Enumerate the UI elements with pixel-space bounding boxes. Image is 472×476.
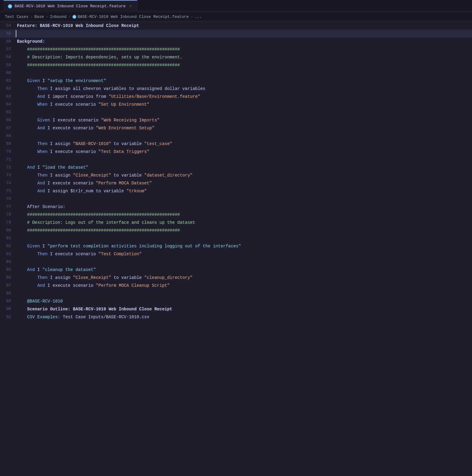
- breadcrumb-sep-1: ›: [30, 15, 33, 19]
- line-content-77[interactable]: After Scenario:: [16, 203, 472, 210]
- line-num-76: 76: [0, 195, 16, 203]
- line-content-57[interactable]: ########################################…: [16, 46, 472, 53]
- line-content-81[interactable]: [16, 235, 472, 242]
- line-content-55[interactable]: [16, 30, 472, 37]
- line-content-86[interactable]: Then I assign "Close_Receipt" to variabl…: [16, 274, 472, 281]
- line-num-69: 69: [0, 140, 16, 147]
- line-65: 65: [0, 108, 472, 116]
- line-86: 86 Then I assign "Close_Receipt" to vari…: [0, 274, 472, 282]
- line-num-63: 63: [0, 93, 16, 100]
- line-content-58[interactable]: # Description: Imports dependencies, set…: [16, 54, 472, 61]
- line-content-82[interactable]: Given I "perform test completion activit…: [16, 243, 472, 250]
- line-content-87[interactable]: And I execute scenario "Perform MOCA Cle…: [16, 282, 472, 289]
- line-content-80[interactable]: ########################################…: [16, 227, 472, 234]
- line-88: 88: [0, 289, 472, 297]
- active-tab[interactable]: BASE-RCV-1010 Web Inbound Close Receipt.…: [4, 0, 137, 12]
- line-82: 82 Given I "perform test completion acti…: [0, 242, 472, 250]
- line-content-89[interactable]: @BASE-RCV-1010: [16, 298, 472, 305]
- line-content-71[interactable]: [16, 156, 472, 163]
- line-num-83: 83: [0, 250, 16, 258]
- line-num-86: 86: [0, 274, 16, 281]
- line-content-83[interactable]: Then I execute scenario "Test Completion…: [16, 250, 472, 258]
- line-num-89: 89: [0, 298, 16, 305]
- line-59: 59 #####################################…: [0, 61, 472, 69]
- line-61: 61 Given I "setup the environment": [0, 77, 472, 85]
- line-content-73[interactable]: Then I assign "Close_Receipt" to variabl…: [16, 172, 472, 179]
- line-num-87: 87: [0, 282, 16, 289]
- line-58: 58 # Description: Imports dependencies, …: [0, 53, 472, 61]
- line-content-56[interactable]: Background:: [16, 38, 472, 45]
- line-content-75[interactable]: And I assign $trlr_num to variable "trkn…: [16, 187, 472, 195]
- line-content-67[interactable]: And I execute scenario "Web Environment …: [16, 124, 472, 132]
- line-num-62: 62: [0, 85, 16, 92]
- line-content-59[interactable]: ########################################…: [16, 61, 472, 69]
- line-content-68[interactable]: [16, 132, 472, 140]
- line-content-79[interactable]: # Description: Logs out of the interface…: [16, 219, 472, 226]
- line-num-82: 82: [0, 243, 16, 250]
- line-num-77: 77: [0, 203, 16, 210]
- line-content-64[interactable]: When I execute scenario "Set Up Environm…: [16, 101, 472, 108]
- breadcrumb-sep-2: ›: [46, 15, 48, 19]
- line-num-71: 71: [0, 156, 16, 163]
- line-content-62[interactable]: Then I assign all chevron variables to u…: [16, 85, 472, 92]
- line-71: 71: [0, 156, 472, 164]
- line-num-61: 61: [0, 77, 16, 84]
- line-content-72[interactable]: And I "load the dataset": [16, 164, 472, 171]
- line-num-54: 54: [0, 22, 16, 29]
- line-num-90: 90: [0, 306, 16, 313]
- editor[interactable]: 54 Feature: BASE-RCV-1010 Web Inbound Cl…: [0, 22, 472, 321]
- line-content-70[interactable]: When I execute scenario "Test Data Trigg…: [16, 148, 472, 155]
- line-77: 77 After Scenario:: [0, 203, 472, 211]
- line-content-78[interactable]: ########################################…: [16, 211, 472, 218]
- line-content-63[interactable]: And I import scenarios from "Utilities/B…: [16, 93, 472, 100]
- line-num-67: 67: [0, 124, 16, 132]
- breadcrumb-base[interactable]: Base: [35, 15, 44, 19]
- line-85: 85 And I "cleanup the dataset": [0, 266, 472, 274]
- line-num-72: 72: [0, 164, 16, 171]
- line-80: 80 #####################################…: [0, 226, 472, 234]
- file-icon: [8, 4, 12, 8]
- line-content-60[interactable]: [16, 69, 472, 77]
- line-num-78: 78: [0, 211, 16, 218]
- breadcrumb-inbound[interactable]: Inbound: [50, 15, 67, 19]
- line-content-61[interactable]: Given I "setup the environment": [16, 77, 472, 84]
- line-72: 72 And I "load the dataset": [0, 164, 472, 171]
- breadcrumb: Test Cases › Base › Inbound › BASE-RCV-1…: [0, 12, 472, 22]
- breadcrumb-file-icon: [72, 15, 76, 19]
- line-num-74: 74: [0, 180, 16, 187]
- line-num-84: 84: [0, 258, 16, 266]
- line-89: 89 @BASE-RCV-1010: [0, 297, 472, 305]
- line-75: 75 And I assign $trlr_num to variable "t…: [0, 187, 472, 195]
- line-num-68: 68: [0, 132, 16, 140]
- line-69: 69 Then I assign "BASE-RCV-1010" to vari…: [0, 140, 472, 148]
- line-content-85[interactable]: And I "cleanup the dataset": [16, 266, 472, 273]
- line-content-69[interactable]: Then I assign "BASE-RCV-1010" to variabl…: [16, 140, 472, 147]
- line-content-74[interactable]: And I execute scenario "Perform MOCA Dat…: [16, 180, 472, 187]
- tab-close-button[interactable]: ×: [128, 4, 133, 9]
- line-56: 56 Background:: [0, 38, 472, 45]
- breadcrumb-sep-4: ›: [191, 15, 193, 19]
- line-num-80: 80: [0, 227, 16, 234]
- line-content-54[interactable]: Feature: BASE-RCV-1010 Web Inbound Close…: [16, 22, 472, 29]
- line-63: 63 And I import scenarios from "Utilitie…: [0, 93, 472, 101]
- line-91: 91 CSV Examples: Test Case Inputs/BASE-R…: [0, 313, 472, 321]
- breadcrumb-filename[interactable]: BASE-RCV-1010 Web Inbound Close Receipt.…: [78, 15, 189, 19]
- line-67: 67 And I execute scenario "Web Environme…: [0, 124, 472, 132]
- line-content-90[interactable]: Scenario Outline: BASE-RCV-1010 Web Inbo…: [16, 306, 472, 313]
- line-num-65: 65: [0, 109, 16, 116]
- line-content-76[interactable]: [16, 195, 472, 203]
- line-78: 78 #####################################…: [0, 211, 472, 219]
- line-content-91[interactable]: CSV Examples: Test Case Inputs/BASE-RCV-…: [16, 313, 472, 321]
- breadcrumb-test-cases[interactable]: Test Cases: [5, 15, 28, 19]
- line-87: 87 And I execute scenario "Perform MOCA …: [0, 282, 472, 289]
- line-content-65[interactable]: [16, 109, 472, 116]
- line-num-66: 66: [0, 117, 16, 124]
- line-76: 76: [0, 195, 472, 203]
- line-content-66[interactable]: Given I execute scenario "Web Receiving …: [16, 117, 472, 124]
- line-num-81: 81: [0, 235, 16, 242]
- line-content-84[interactable]: [16, 258, 472, 266]
- line-content-88[interactable]: [16, 290, 472, 297]
- line-64: 64 When I execute scenario "Set Up Envir…: [0, 101, 472, 108]
- line-num-91: 91: [0, 313, 16, 321]
- line-60: 60: [0, 69, 472, 77]
